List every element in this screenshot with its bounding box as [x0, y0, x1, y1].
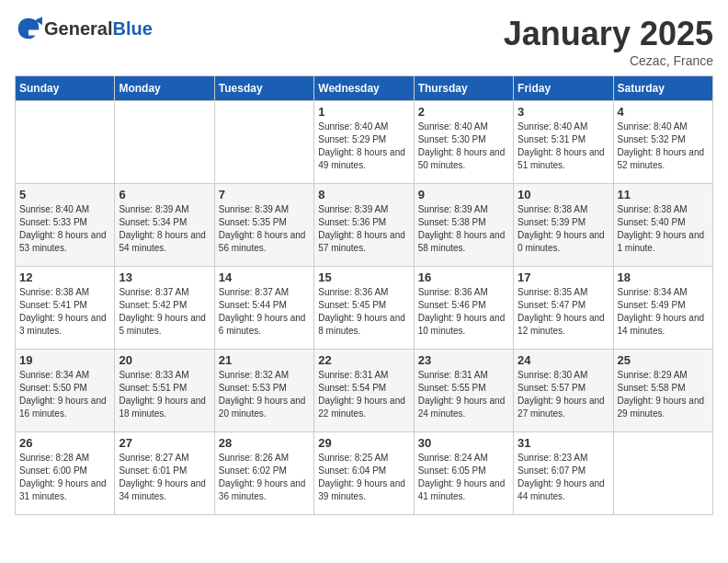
- day-number: 22: [318, 353, 409, 367]
- day-number: 16: [418, 270, 509, 284]
- day-number: 9: [418, 188, 509, 201]
- day-number: 10: [518, 188, 609, 201]
- month-title: January 2025: [504, 15, 713, 53]
- calendar-cell: 30Sunrise: 8:24 AMSunset: 6:05 PMDayligh…: [414, 432, 513, 515]
- calendar-cell: 15Sunrise: 8:36 AMSunset: 5:45 PMDayligh…: [314, 267, 414, 350]
- calendar-cell: 22Sunrise: 8:31 AMSunset: 5:54 PMDayligh…: [314, 350, 414, 432]
- calendar-cell: 21Sunrise: 8:32 AMSunset: 5:53 PMDayligh…: [214, 350, 313, 432]
- day-number: 2: [418, 105, 509, 119]
- calendar-cell: 12Sunrise: 8:38 AMSunset: 5:41 PMDayligh…: [16, 267, 115, 350]
- week-row-4: 19Sunrise: 8:34 AMSunset: 5:50 PMDayligh…: [16, 350, 713, 432]
- calendar-cell: 23Sunrise: 8:31 AMSunset: 5:55 PMDayligh…: [414, 350, 513, 432]
- header-row: SundayMondayTuesdayWednesdayThursdayFrid…: [16, 76, 713, 101]
- calendar-cell: 19Sunrise: 8:34 AMSunset: 5:50 PMDayligh…: [16, 350, 115, 432]
- day-number: 5: [19, 188, 110, 201]
- day-number: 23: [418, 353, 509, 367]
- day-number: 14: [219, 270, 310, 284]
- day-number: 8: [318, 188, 409, 201]
- calendar-cell: 25Sunrise: 8:29 AMSunset: 5:58 PMDayligh…: [613, 350, 712, 432]
- day-number: 19: [19, 353, 110, 367]
- calendar-cell: [115, 101, 214, 184]
- day-info: Sunrise: 8:39 AMSunset: 5:35 PMDaylight:…: [219, 203, 310, 255]
- calendar-cell: 11Sunrise: 8:38 AMSunset: 5:40 PMDayligh…: [613, 184, 712, 267]
- calendar-cell: 14Sunrise: 8:37 AMSunset: 5:44 PMDayligh…: [214, 267, 313, 350]
- day-info: Sunrise: 8:23 AMSunset: 6:07 PMDaylight:…: [518, 452, 609, 503]
- calendar-cell: [214, 101, 313, 184]
- calendar-cell: 24Sunrise: 8:30 AMSunset: 5:57 PMDayligh…: [514, 350, 613, 432]
- day-info: Sunrise: 8:38 AMSunset: 5:39 PMDaylight:…: [518, 203, 609, 255]
- day-header-monday: Monday: [115, 76, 214, 101]
- day-info: Sunrise: 8:37 AMSunset: 5:42 PMDaylight:…: [119, 286, 210, 338]
- day-info: Sunrise: 8:31 AMSunset: 5:55 PMDaylight:…: [418, 369, 509, 420]
- day-info: Sunrise: 8:40 AMSunset: 5:29 PMDaylight:…: [318, 121, 409, 172]
- calendar-cell: 3Sunrise: 8:40 AMSunset: 5:31 PMDaylight…: [514, 101, 613, 184]
- day-info: Sunrise: 8:35 AMSunset: 5:47 PMDaylight:…: [518, 286, 609, 338]
- day-number: 30: [418, 436, 509, 450]
- day-number: 6: [119, 188, 210, 201]
- day-info: Sunrise: 8:32 AMSunset: 5:53 PMDaylight:…: [219, 369, 310, 420]
- day-info: Sunrise: 8:38 AMSunset: 5:41 PMDaylight:…: [19, 286, 110, 338]
- day-number: 31: [518, 436, 609, 450]
- day-info: Sunrise: 8:36 AMSunset: 5:45 PMDaylight:…: [318, 286, 409, 338]
- day-number: 25: [618, 353, 709, 367]
- day-number: 7: [219, 188, 310, 201]
- calendar-cell: 17Sunrise: 8:35 AMSunset: 5:47 PMDayligh…: [514, 267, 613, 350]
- day-number: 26: [19, 436, 110, 450]
- day-number: 4: [618, 105, 709, 119]
- calendar-cell: 1Sunrise: 8:40 AMSunset: 5:29 PMDaylight…: [314, 101, 414, 184]
- day-info: Sunrise: 8:34 AMSunset: 5:49 PMDaylight:…: [618, 286, 709, 338]
- day-number: 12: [19, 270, 110, 284]
- logo-general: General: [44, 18, 112, 39]
- day-header-friday: Friday: [514, 76, 613, 101]
- day-info: Sunrise: 8:40 AMSunset: 5:31 PMDaylight:…: [518, 121, 609, 172]
- week-row-5: 26Sunrise: 8:28 AMSunset: 6:00 PMDayligh…: [16, 432, 713, 515]
- calendar-cell: 27Sunrise: 8:27 AMSunset: 6:01 PMDayligh…: [115, 432, 214, 515]
- day-header-saturday: Saturday: [613, 76, 712, 101]
- calendar-cell: 6Sunrise: 8:39 AMSunset: 5:34 PMDaylight…: [115, 184, 214, 267]
- day-header-thursday: Thursday: [414, 76, 513, 101]
- day-number: 29: [318, 436, 409, 450]
- day-info: Sunrise: 8:39 AMSunset: 5:34 PMDaylight:…: [119, 203, 210, 255]
- logo-icon: [15, 15, 42, 42]
- day-info: Sunrise: 8:39 AMSunset: 5:38 PMDaylight:…: [418, 203, 509, 255]
- calendar-cell: 2Sunrise: 8:40 AMSunset: 5:30 PMDaylight…: [414, 101, 513, 184]
- day-info: Sunrise: 8:36 AMSunset: 5:46 PMDaylight:…: [418, 286, 509, 338]
- day-info: Sunrise: 8:24 AMSunset: 6:05 PMDaylight:…: [418, 452, 509, 503]
- calendar-cell: 8Sunrise: 8:39 AMSunset: 5:36 PMDaylight…: [314, 184, 414, 267]
- day-number: 17: [518, 270, 609, 284]
- day-info: Sunrise: 8:25 AMSunset: 6:04 PMDaylight:…: [318, 452, 409, 503]
- day-info: Sunrise: 8:31 AMSunset: 5:54 PMDaylight:…: [318, 369, 409, 420]
- day-info: Sunrise: 8:26 AMSunset: 6:02 PMDaylight:…: [219, 452, 310, 503]
- day-number: 24: [518, 353, 609, 367]
- day-number: 15: [318, 270, 409, 284]
- calendar-cell: 10Sunrise: 8:38 AMSunset: 5:39 PMDayligh…: [514, 184, 613, 267]
- day-number: 11: [618, 188, 709, 201]
- day-header-tuesday: Tuesday: [214, 76, 313, 101]
- day-info: Sunrise: 8:33 AMSunset: 5:51 PMDaylight:…: [119, 369, 210, 420]
- week-row-3: 12Sunrise: 8:38 AMSunset: 5:41 PMDayligh…: [16, 267, 713, 350]
- day-number: 18: [618, 270, 709, 284]
- day-info: Sunrise: 8:29 AMSunset: 5:58 PMDaylight:…: [618, 369, 709, 420]
- logo: GeneralBlue: [15, 15, 153, 42]
- calendar-cell: 20Sunrise: 8:33 AMSunset: 5:51 PMDayligh…: [115, 350, 214, 432]
- calendar-cell: 26Sunrise: 8:28 AMSunset: 6:00 PMDayligh…: [16, 432, 115, 515]
- location: Cezac, France: [504, 53, 713, 68]
- day-number: 13: [119, 270, 210, 284]
- day-info: Sunrise: 8:40 AMSunset: 5:30 PMDaylight:…: [418, 121, 509, 172]
- calendar-cell: 28Sunrise: 8:26 AMSunset: 6:02 PMDayligh…: [214, 432, 313, 515]
- calendar-cell: 29Sunrise: 8:25 AMSunset: 6:04 PMDayligh…: [314, 432, 414, 515]
- calendar-cell: 31Sunrise: 8:23 AMSunset: 6:07 PMDayligh…: [514, 432, 613, 515]
- day-number: 20: [119, 353, 210, 367]
- day-info: Sunrise: 8:37 AMSunset: 5:44 PMDaylight:…: [219, 286, 310, 338]
- calendar-cell: 4Sunrise: 8:40 AMSunset: 5:32 PMDaylight…: [613, 101, 712, 184]
- day-number: 28: [219, 436, 310, 450]
- calendar-cell: 7Sunrise: 8:39 AMSunset: 5:35 PMDaylight…: [214, 184, 313, 267]
- logo-blue: Blue: [112, 18, 152, 39]
- day-number: 27: [119, 436, 210, 450]
- calendar-cell: 13Sunrise: 8:37 AMSunset: 5:42 PMDayligh…: [115, 267, 214, 350]
- day-info: Sunrise: 8:40 AMSunset: 5:33 PMDaylight:…: [19, 203, 110, 255]
- page-header: GeneralBlue January 2025 Cezac, France: [15, 15, 713, 68]
- calendar-cell: 5Sunrise: 8:40 AMSunset: 5:33 PMDaylight…: [16, 184, 115, 267]
- day-info: Sunrise: 8:38 AMSunset: 5:40 PMDaylight:…: [618, 203, 709, 255]
- week-row-1: 1Sunrise: 8:40 AMSunset: 5:29 PMDaylight…: [16, 101, 713, 184]
